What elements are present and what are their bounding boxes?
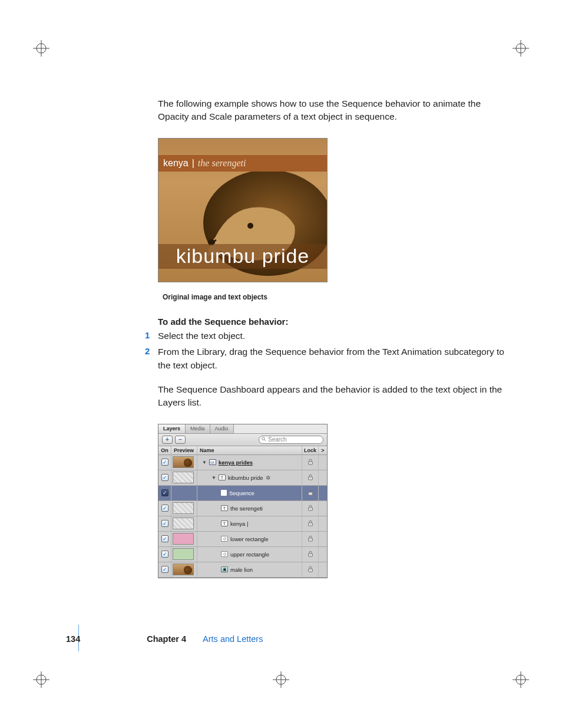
layer-name: upper rectangle [230, 551, 269, 558]
layer-row[interactable]: ✓Tkenya | [158, 516, 327, 532]
col-more[interactable]: > [319, 446, 327, 454]
layer-thumbnail [173, 472, 194, 483]
tab-media[interactable]: Media [186, 424, 210, 433]
shape-icon: ◇ [221, 551, 228, 557]
result-paragraph: The Sequence Dashboard appears and the b… [158, 383, 511, 410]
layer-row[interactable]: ✓◇upper rectangle [158, 547, 327, 562]
lock-icon[interactable] [308, 535, 313, 543]
layer-name: kenya prides [219, 459, 253, 466]
panel-tabs: Layers Media Audio [158, 424, 327, 434]
layer-row[interactable]: ✓▼▭kenya prides [158, 455, 327, 470]
col-lock[interactable]: Lock [302, 446, 319, 454]
tab-layers[interactable]: Layers [158, 424, 186, 433]
behavior-gear-icon: ✲ [266, 475, 270, 481]
svg-rect-33 [308, 523, 312, 526]
layer-thumbnail [173, 548, 194, 560]
crop-mark-icon [33, 40, 49, 57]
layer-row[interactable]: ✓▼Tkibumbu pride✲ [158, 470, 327, 486]
shape-icon: ◇ [221, 536, 228, 542]
svg-line-29 [225, 491, 226, 492]
intro-paragraph: The following example shows how to use t… [158, 97, 511, 124]
text-icon: T [219, 475, 226, 480]
crop-mark-icon [273, 671, 289, 688]
layer-name: the serengeti [230, 505, 263, 512]
layer-name: Sequence [229, 490, 254, 496]
step-text: From the Library, drag the Sequence beha… [158, 347, 504, 370]
svg-rect-21 [308, 477, 312, 480]
step-number: 2 [145, 345, 150, 358]
remove-button[interactable]: – [175, 436, 186, 444]
folder-icon: ▭ [209, 459, 216, 465]
svg-rect-35 [308, 554, 312, 556]
visibility-checkbox[interactable]: ✓ [161, 489, 168, 496]
visibility-checkbox[interactable]: ✓ [161, 551, 168, 558]
svg-rect-31 [308, 492, 312, 495]
search-input[interactable]: Search [259, 436, 323, 444]
lock-icon[interactable] [308, 489, 313, 497]
svg-point-16 [247, 223, 253, 229]
svg-rect-20 [308, 462, 312, 465]
col-name[interactable]: Name [197, 446, 302, 454]
figure-original-image: kenya | the serengeti kibumbu pride [158, 138, 328, 282]
visibility-checkbox[interactable]: ✓ [161, 520, 168, 527]
layer-thumbnail [173, 518, 194, 529]
visibility-checkbox[interactable]: ✓ [161, 535, 168, 542]
visibility-checkbox[interactable]: ✓ [161, 566, 168, 573]
layers-panel: Layers Media Audio + – Search On Preview… [158, 424, 328, 578]
layer-thumbnail [173, 564, 194, 575]
tab-audio[interactable]: Audio [210, 424, 234, 433]
disclosure-icon[interactable]: ▼ [211, 475, 216, 480]
lock-icon[interactable] [308, 459, 313, 466]
disclosure-icon[interactable]: ▼ [202, 460, 207, 465]
col-preview[interactable]: Preview [171, 446, 197, 454]
figure-top-separator: | [192, 158, 194, 169]
lock-icon[interactable] [308, 474, 313, 482]
crop-mark-icon [33, 671, 49, 688]
column-headers: On Preview Name Lock > [158, 446, 327, 455]
layer-row[interactable]: ✓Tthe serengeti [158, 501, 327, 516]
page-number: 134 [66, 634, 80, 644]
figure-caption: Original image and text objects [163, 293, 511, 301]
step-item: 1 Select the text object. [158, 329, 511, 342]
lock-icon[interactable] [308, 551, 313, 558]
step-number: 1 [145, 329, 150, 342]
layer-thumbnail [173, 456, 194, 468]
image-icon: ▣ [221, 566, 228, 572]
svg-rect-34 [308, 538, 312, 541]
layer-row[interactable]: ✓◇lower rectangle [158, 532, 327, 547]
text-icon: T [221, 521, 228, 526]
visibility-checkbox[interactable]: ✓ [161, 459, 168, 466]
lock-icon[interactable] [308, 566, 313, 574]
figure-top-text-kenya: kenya [163, 158, 189, 169]
chapter-name: Arts and Letters [203, 634, 263, 644]
layer-row[interactable]: ✓▣male lion [158, 562, 327, 578]
gear-icon [221, 490, 227, 496]
page-footer: 134 Chapter 4 Arts and Letters [66, 634, 263, 644]
visibility-checkbox[interactable]: ✓ [161, 474, 168, 481]
svg-line-27 [222, 491, 223, 492]
layer-thumbnail [173, 533, 194, 545]
svg-line-19 [265, 440, 266, 441]
svg-line-28 [225, 494, 226, 495]
svg-point-18 [262, 437, 265, 440]
figure-bottom-text: kibumbu pride [158, 244, 327, 269]
layer-name: kenya | [230, 521, 248, 527]
col-on[interactable]: On [158, 446, 171, 454]
lock-icon[interactable] [308, 505, 313, 512]
add-button[interactable]: + [162, 436, 173, 444]
figure-top-text-serengeti: the serengeti [198, 158, 246, 169]
svg-line-30 [222, 494, 223, 495]
lock-icon[interactable] [308, 520, 313, 528]
crop-mark-icon [513, 671, 529, 688]
search-icon [262, 436, 266, 443]
search-placeholder: Search [268, 436, 287, 443]
svg-rect-32 [308, 508, 312, 510]
layer-name: lower rectangle [230, 536, 268, 542]
procedure-heading: To add the Sequence behavior: [158, 317, 511, 327]
layer-row[interactable]: ✓Sequence [158, 486, 327, 501]
step-item: 2 From the Library, drag the Sequence be… [158, 345, 511, 373]
layer-name: kibumbu pride [228, 475, 263, 481]
step-text: Select the text object. [158, 331, 245, 341]
layer-name: male lion [230, 566, 253, 573]
visibility-checkbox[interactable]: ✓ [161, 505, 168, 512]
